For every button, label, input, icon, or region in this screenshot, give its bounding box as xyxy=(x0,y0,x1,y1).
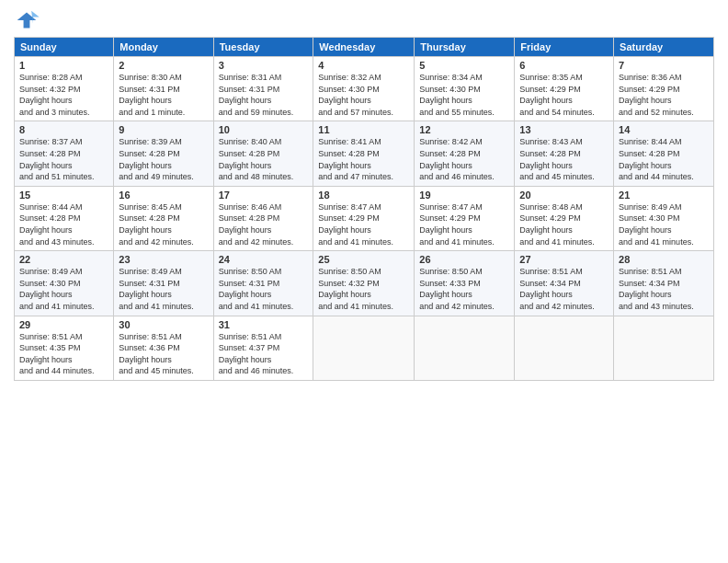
day-cell-6: 6Sunrise: 8:35 AMSunset: 4:29 PMDaylight… xyxy=(515,57,614,121)
week-row-2: 8Sunrise: 8:37 AMSunset: 4:28 PMDaylight… xyxy=(15,121,714,186)
day-cell-30: 30Sunrise: 8:51 AMSunset: 4:36 PMDayligh… xyxy=(114,316,213,380)
day-header-sunday: Sunday xyxy=(15,38,114,57)
day-cell-26: 26Sunrise: 8:50 AMSunset: 4:33 PMDayligh… xyxy=(415,251,515,316)
header-row: SundayMondayTuesdayWednesdayThursdayFrid… xyxy=(15,38,714,57)
day-cell-8: 8Sunrise: 8:37 AMSunset: 4:28 PMDaylight… xyxy=(15,121,114,186)
day-cell-21: 21Sunrise: 8:49 AMSunset: 4:30 PMDayligh… xyxy=(614,186,714,250)
day-cell-31: 31Sunrise: 8:51 AMSunset: 4:37 PMDayligh… xyxy=(213,316,313,380)
day-cell-3: 3Sunrise: 8:31 AMSunset: 4:31 PMDaylight… xyxy=(213,57,313,121)
day-cell-9: 9Sunrise: 8:39 AMSunset: 4:28 PMDaylight… xyxy=(114,121,213,186)
week-row-1: 1Sunrise: 8:28 AMSunset: 4:32 PMDaylight… xyxy=(15,57,714,121)
week-row-3: 15Sunrise: 8:44 AMSunset: 4:28 PMDayligh… xyxy=(15,186,714,250)
week-row-5: 29Sunrise: 8:51 AMSunset: 4:35 PMDayligh… xyxy=(15,316,714,380)
day-cell-22: 22Sunrise: 8:49 AMSunset: 4:30 PMDayligh… xyxy=(15,251,114,316)
day-cell-27: 27Sunrise: 8:51 AMSunset: 4:34 PMDayligh… xyxy=(515,251,614,316)
day-cell-5: 5Sunrise: 8:34 AMSunset: 4:30 PMDaylight… xyxy=(415,57,515,121)
logo-icon xyxy=(14,9,40,31)
page: SundayMondayTuesdayWednesdayThursdayFrid… xyxy=(0,0,728,390)
day-cell-24: 24Sunrise: 8:50 AMSunset: 4:31 PMDayligh… xyxy=(213,251,313,316)
day-cell-4: 4Sunrise: 8:32 AMSunset: 4:30 PMDaylight… xyxy=(313,57,415,121)
empty-cell xyxy=(313,316,415,380)
day-cell-7: 7Sunrise: 8:36 AMSunset: 4:29 PMDaylight… xyxy=(614,57,714,121)
calendar-table: SundayMondayTuesdayWednesdayThursdayFrid… xyxy=(14,37,714,381)
day-cell-19: 19Sunrise: 8:47 AMSunset: 4:29 PMDayligh… xyxy=(415,186,515,250)
day-cell-14: 14Sunrise: 8:44 AMSunset: 4:28 PMDayligh… xyxy=(614,121,714,186)
day-cell-1: 1Sunrise: 8:28 AMSunset: 4:32 PMDaylight… xyxy=(15,57,114,121)
day-header-wednesday: Wednesday xyxy=(313,38,415,57)
day-cell-25: 25Sunrise: 8:50 AMSunset: 4:32 PMDayligh… xyxy=(313,251,415,316)
empty-cell xyxy=(614,316,714,380)
day-header-monday: Monday xyxy=(114,38,213,57)
day-cell-23: 23Sunrise: 8:49 AMSunset: 4:31 PMDayligh… xyxy=(114,251,213,316)
day-header-saturday: Saturday xyxy=(614,38,714,57)
day-cell-18: 18Sunrise: 8:47 AMSunset: 4:29 PMDayligh… xyxy=(313,186,415,250)
day-header-friday: Friday xyxy=(515,38,614,57)
week-row-4: 22Sunrise: 8:49 AMSunset: 4:30 PMDayligh… xyxy=(15,251,714,316)
day-cell-2: 2Sunrise: 8:30 AMSunset: 4:31 PMDaylight… xyxy=(114,57,213,121)
day-cell-10: 10Sunrise: 8:40 AMSunset: 4:28 PMDayligh… xyxy=(213,121,313,186)
day-cell-13: 13Sunrise: 8:43 AMSunset: 4:28 PMDayligh… xyxy=(515,121,614,186)
svg-marker-1 xyxy=(31,11,40,24)
day-cell-28: 28Sunrise: 8:51 AMSunset: 4:34 PMDayligh… xyxy=(614,251,714,316)
day-cell-17: 17Sunrise: 8:46 AMSunset: 4:28 PMDayligh… xyxy=(213,186,313,250)
header xyxy=(14,9,714,31)
logo xyxy=(14,9,43,31)
day-cell-20: 20Sunrise: 8:48 AMSunset: 4:29 PMDayligh… xyxy=(515,186,614,250)
day-cell-12: 12Sunrise: 8:42 AMSunset: 4:28 PMDayligh… xyxy=(415,121,515,186)
day-header-thursday: Thursday xyxy=(415,38,515,57)
empty-cell xyxy=(415,316,515,380)
empty-cell xyxy=(515,316,614,380)
day-cell-11: 11Sunrise: 8:41 AMSunset: 4:28 PMDayligh… xyxy=(313,121,415,186)
day-header-tuesday: Tuesday xyxy=(213,38,313,57)
day-cell-29: 29Sunrise: 8:51 AMSunset: 4:35 PMDayligh… xyxy=(15,316,114,380)
day-cell-16: 16Sunrise: 8:45 AMSunset: 4:28 PMDayligh… xyxy=(114,186,213,250)
day-cell-15: 15Sunrise: 8:44 AMSunset: 4:28 PMDayligh… xyxy=(15,186,114,250)
